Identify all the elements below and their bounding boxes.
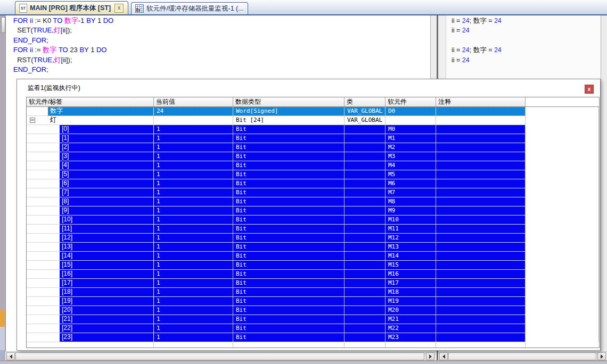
- empty-cell: [526, 116, 599, 125]
- watch-row[interactable]: [12]1BitM12: [27, 234, 599, 243]
- watch-row[interactable]: 灯Bit [24]VAR_GLOBAL: [27, 116, 599, 125]
- watch-row[interactable]: [14]1BitM14: [27, 252, 599, 261]
- class-cell: [344, 125, 385, 134]
- watch-row[interactable]: [17]1BitM17: [27, 279, 599, 288]
- column-header[interactable]: 软元件/标签: [27, 97, 154, 107]
- watch-row[interactable]: [13]1BitM13: [27, 243, 599, 252]
- background-artifact: [0, 310, 5, 327]
- watch-row[interactable]: [22]1BitM22: [27, 324, 599, 333]
- comment-cell: [436, 333, 526, 342]
- watch-row[interactable]: [7]1BitM7: [27, 188, 599, 197]
- watch-table: 软元件/标签当前值数据类型类软元件注释数字24Word[Signed]VAR_G…: [26, 97, 600, 348]
- scroll-left-arrow-icon[interactable]: [439, 352, 448, 360]
- comment-cell: [436, 252, 526, 261]
- class-cell: [344, 216, 385, 225]
- column-header[interactable]: 数据类型: [233, 97, 344, 107]
- empty-cell: [526, 179, 599, 188]
- watch-row[interactable]: [21]1BitM21: [27, 315, 599, 324]
- code-line: FOR ii := 数字 TO 23 BY 1 DO: [13, 45, 430, 55]
- column-header[interactable]: 注释: [436, 97, 526, 107]
- scrollbar-thumb[interactable]: [448, 352, 596, 360]
- current-value-cell: 1: [154, 261, 233, 270]
- empty-cell: [526, 270, 599, 279]
- comment-cell: [436, 270, 526, 279]
- empty-cell: [526, 243, 599, 252]
- class-cell: [344, 161, 385, 170]
- watch-row[interactable]: [0]1BitM0: [27, 125, 599, 134]
- dock-splitter-handle[interactable]: [1, 17, 5, 33]
- device-label-cell: [13]: [27, 243, 154, 252]
- tab-label: 软元件/缓冲存储器批量监视-1 (...: [146, 4, 244, 13]
- data-type-cell: Bit: [233, 161, 344, 170]
- st-program-icon: ST: [19, 4, 27, 13]
- watch-row[interactable]: [23]1BitM23: [27, 333, 599, 342]
- watch-row[interactable]: [9]1BitM9: [27, 206, 599, 216]
- device-label-cell: 数字: [27, 107, 154, 116]
- watch-row[interactable]: [8]1BitM8: [27, 197, 599, 206]
- comment-cell: [436, 288, 526, 297]
- watch-row[interactable]: [10]1BitM10: [27, 216, 599, 225]
- tab-device-batch-monitor[interactable]: 软元件/缓冲存储器批量监视-1 (...: [131, 2, 248, 14]
- scroll-right-arrow-icon[interactable]: [426, 352, 434, 360]
- current-value-cell: 1: [154, 152, 233, 161]
- watch-row[interactable]: [4]1BitM4: [27, 161, 599, 170]
- watch-row[interactable]: [6]1BitM6: [27, 179, 599, 188]
- batch-monitor-icon: [135, 4, 144, 13]
- current-value-cell: 1: [154, 225, 233, 234]
- watch-row[interactable]: [2]1BitM2: [27, 143, 599, 152]
- watch-row[interactable]: [3]1BitM3: [27, 152, 599, 161]
- comment-cell: [436, 315, 526, 324]
- watch-row[interactable]: [16]1BitM16: [27, 270, 599, 279]
- data-type-cell: Bit: [233, 279, 344, 288]
- monitor-line: [452, 65, 601, 75]
- watch-row[interactable]: [20]1BitM20: [27, 306, 599, 315]
- device-label-cell: [10]: [27, 216, 154, 225]
- editor-horizontal-scrollbar[interactable]: [5, 351, 437, 360]
- tab-main-program-st[interactable]: ST MAIN [PRG] 程序本体 [ST] x: [15, 1, 128, 14]
- device-cell: M11: [385, 225, 436, 234]
- scroll-left-arrow-icon[interactable]: [6, 352, 15, 360]
- device-cell: M17: [385, 279, 436, 288]
- empty-cell: [526, 315, 599, 324]
- device-label-cell: [22]: [27, 324, 154, 333]
- empty-cell: [526, 134, 599, 143]
- column-header[interactable]: [526, 97, 599, 107]
- column-header[interactable]: 类: [344, 97, 385, 107]
- scroll-right-arrow-icon[interactable]: [597, 352, 606, 360]
- watch-row[interactable]: 数字24Word[Signed]VAR_GLOBALD0: [27, 107, 599, 116]
- column-header[interactable]: 软元件: [385, 97, 436, 107]
- watch-row[interactable]: [18]1BitM18: [27, 288, 599, 297]
- empty-cell: [526, 261, 599, 270]
- collapse-expander-icon[interactable]: [30, 118, 35, 123]
- class-cell: [344, 152, 385, 161]
- data-type-cell: Bit: [233, 143, 344, 152]
- watch-row[interactable]: [11]1BitM11: [27, 225, 599, 234]
- class-cell: [344, 243, 385, 252]
- monitor-horizontal-scrollbar[interactable]: [438, 351, 607, 360]
- watch-row[interactable]: [15]1BitM15: [27, 261, 599, 270]
- code-line: FOR ii := K0 TO 数字-1 BY 1 DO: [13, 16, 430, 26]
- watch-row[interactable]: [5]1BitM5: [27, 170, 599, 179]
- data-type-cell: Bit: [233, 179, 344, 188]
- comment-cell: [436, 216, 526, 225]
- monitor-line: ii = 24: [452, 26, 601, 35]
- current-value-cell: 1: [154, 206, 233, 216]
- data-type-cell: Bit: [233, 243, 344, 252]
- device-cell: M5: [385, 170, 436, 179]
- monitor-vertical-scrollbar[interactable]: [601, 15, 607, 351]
- comment-cell: [436, 197, 526, 206]
- device-label-cell: [2]: [27, 143, 154, 152]
- column-header[interactable]: 当前值: [154, 97, 233, 107]
- data-type-cell: Bit: [233, 170, 344, 179]
- comment-cell: [436, 234, 526, 243]
- watch-row[interactable]: [19]1BitM19: [27, 297, 599, 306]
- close-icon[interactable]: x: [585, 85, 594, 94]
- class-cell: [344, 188, 385, 197]
- current-value-cell: 1: [154, 125, 233, 134]
- close-icon[interactable]: x: [114, 4, 124, 13]
- current-value-cell: 1: [154, 197, 233, 206]
- device-label-cell: [12]: [27, 234, 154, 243]
- data-type-cell: Bit: [233, 297, 344, 306]
- scrollbar-thumb[interactable]: [15, 352, 424, 360]
- watch-row[interactable]: [1]1BitM1: [27, 134, 599, 143]
